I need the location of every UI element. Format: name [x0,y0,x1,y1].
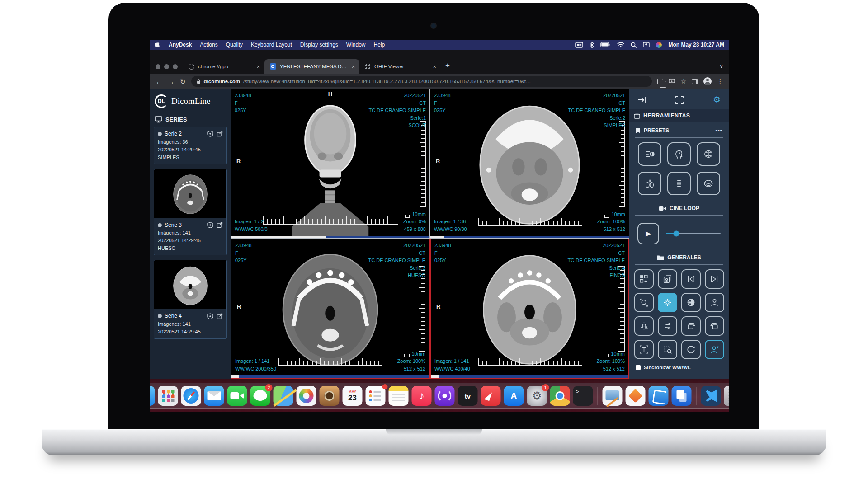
profile-avatar[interactable] [703,77,712,85]
serie-export-icon[interactable] [217,222,223,228]
new-tab-button[interactable]: + [445,61,450,70]
bookmark-star-icon[interactable]: ☆ [680,78,686,85]
stack-scrollbar[interactable] [430,236,629,238]
stack-scrollbar[interactable] [231,375,429,378]
dock-notes[interactable] [389,386,409,406]
stack-scrollbar[interactable] [431,375,628,378]
serie-thumbnail[interactable] [154,169,226,218]
dock-trash[interactable] [724,386,729,406]
dock-podcasts[interactable] [435,386,455,406]
cine-play-button[interactable]: ▶ [637,223,659,244]
dock-system-settings[interactable]: ⚙1 [527,386,547,406]
serie-thumbnail[interactable] [154,260,226,309]
menu-window[interactable]: Window [346,42,366,48]
side-panel-icon[interactable] [692,79,698,84]
text-annotation-button[interactable] [634,340,654,359]
rotate-left-button[interactable] [705,316,724,336]
menu-anydesk[interactable]: AnyDesk [169,42,192,48]
window-controls[interactable] [156,64,178,69]
dock-messages[interactable]: 2 [250,386,270,406]
sync-checkbox[interactable] [636,365,641,370]
preset-spine-button[interactable] [667,172,691,195]
preset-brain-button[interactable] [697,142,720,166]
dock-app-store[interactable]: A [504,386,524,406]
flip-vertical-button[interactable] [658,316,677,336]
serie-eye-shield-icon[interactable] [207,131,213,137]
viewport-1-scout[interactable]: 233948F025Y 20220521CTTC DE CRANEO SIMPL… [231,89,430,239]
fit-zoom-button[interactable] [634,293,654,312]
dock-photo-booth[interactable] [320,386,340,406]
dock-maps[interactable] [274,386,293,406]
battery-icon[interactable] [600,42,611,47]
preset-wwwc-list-button[interactable] [638,142,661,166]
flip-horizontal-button[interactable] [634,316,654,336]
reset-button[interactable] [681,340,701,359]
translate-icon[interactable] [657,79,663,84]
bluetooth-icon[interactable] [590,42,594,48]
dock-terminal[interactable]: >_ [573,386,593,406]
menu-quality[interactable]: Quality [226,42,243,48]
dock-remote-app[interactable] [649,386,669,406]
tab-ohif-viewer[interactable]: OHIF Viewer × [359,59,441,74]
reload-button[interactable]: ↻ [180,78,186,85]
serie-export-icon[interactable] [217,313,223,319]
dock-apple-tv[interactable]: tv [458,386,478,406]
fullscreen-icon[interactable] [675,96,684,104]
dock-calendar[interactable]: MAY 23 [343,386,363,406]
apple-menu-icon[interactable] [155,42,160,48]
layout-button[interactable] [634,269,654,289]
chrome-menu-kebab-icon[interactable]: ⋮ [717,78,723,85]
brightness-button-active[interactable] [658,293,677,312]
serie-export-icon[interactable] [217,131,223,137]
preset-head-button[interactable] [667,142,691,166]
contrast-button[interactable] [681,293,701,312]
magnify-region-button[interactable] [658,340,677,359]
viewport-4-finos[interactable]: 233948F025Y 20220521CTTC DE CRANEO SIMPL… [430,239,629,379]
dock-music[interactable]: ♪ [412,386,432,406]
sync-wwwl-control[interactable]: Sincronizar WW/WL [629,359,729,375]
serie-card-4[interactable]: Serie 4 Imágenes: 141 20220521 14:29:45 [154,260,227,339]
anydesk-status-icon[interactable] [575,42,583,48]
tab-chrome-gpu[interactable]: chrome://gpu × [183,59,264,74]
settings-gear-icon[interactable]: ⚙ [713,95,721,104]
dock-vscode[interactable] [701,386,721,406]
menu-actions[interactable]: Actions [200,42,217,48]
dock-mail[interactable] [204,386,224,406]
serie-card-2[interactable]: Serie 2 Imágenes: 36 20220521 14:29:45 S… [154,127,227,164]
viewport-3-hueso[interactable]: 233948F025Y 20220521CTTC DE CRANEO SIMPL… [231,239,430,379]
dock-finder[interactable] [150,386,155,406]
dock-docs-app[interactable] [672,386,692,406]
dock-safari[interactable] [181,386,201,406]
first-image-button[interactable] [681,269,701,289]
tab-close-icon[interactable]: × [433,63,436,70]
spotlight-search-icon[interactable] [631,42,637,48]
collapse-panel-icon[interactable] [637,96,646,103]
serie-eye-shield-icon[interactable] [207,313,213,319]
dock-facetime[interactable] [227,386,247,406]
dock-chrome[interactable] [550,386,570,406]
rotate-right-button[interactable] [681,316,701,336]
menu-display-settings[interactable]: Display settings [300,42,338,48]
dock-news[interactable] [481,386,501,406]
patient-reference-button-active[interactable] [705,340,724,359]
serie-card-3[interactable]: Serie 3 Imágenes: 141 20220521 14:29:45 … [154,169,227,256]
forward-button[interactable]: → [168,78,175,85]
stack-scrollbar[interactable] [231,236,429,238]
tab-search-chevron-icon[interactable]: ∨ [719,63,723,69]
series-stack-button[interactable] [658,269,677,289]
menubar-clock[interactable]: Mon May 23 10:27 AM [668,42,724,48]
dock-photos[interactable] [297,386,316,406]
back-button[interactable]: ← [156,78,162,85]
install-icon[interactable] [669,79,675,84]
menu-keyboard-layout[interactable]: Keyboard Layout [251,42,292,48]
preset-abdomen-button[interactable] [697,172,720,195]
viewport-2-simples[interactable]: 233948F025Y 20220521CTTC DE CRANEO SIMPL… [430,89,629,239]
serie-eye-shield-icon[interactable] [207,222,213,228]
tab-close-icon[interactable]: × [256,63,260,70]
dock-launchpad[interactable] [158,386,178,406]
wifi-icon[interactable] [617,42,624,47]
patient-orientation-button[interactable] [705,293,724,312]
last-image-button[interactable] [705,269,724,289]
dock-diamond-app[interactable] [626,386,646,406]
dock-reminders[interactable] [366,386,386,406]
